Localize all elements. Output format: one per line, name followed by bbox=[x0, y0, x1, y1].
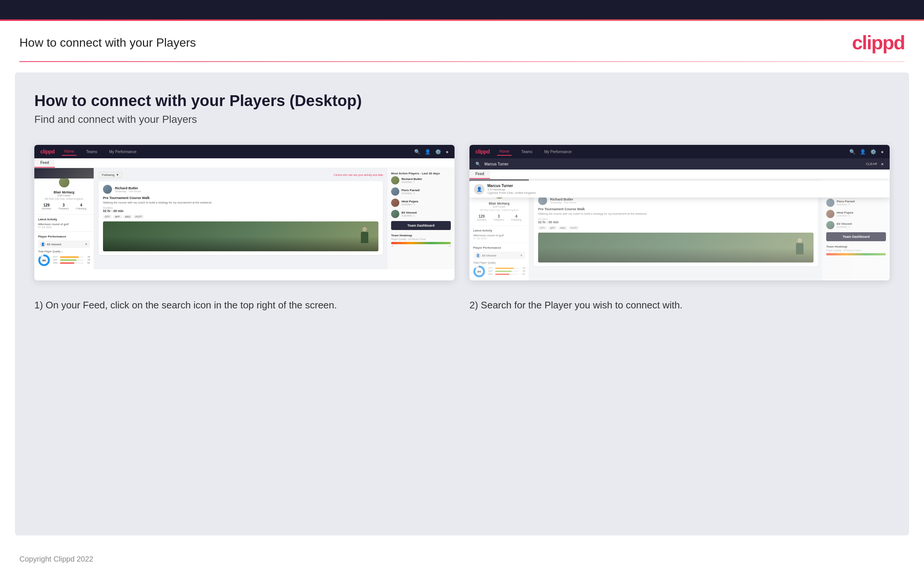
person-silhouette-2 bbox=[793, 238, 806, 259]
clippd-logo: clippd bbox=[852, 31, 905, 54]
latest-activity-label-2: Latest Activity bbox=[473, 229, 525, 232]
search-input-active[interactable] bbox=[484, 162, 862, 166]
pp-chevron-icon-1: ▼ bbox=[85, 243, 88, 246]
search-result-marcus[interactable]: 👤 Marcus Turner 1-5 Handicap Cypress Poi… bbox=[469, 181, 890, 198]
main-content: How to connect with your Players (Deskto… bbox=[15, 72, 909, 536]
profile-role-1: Golf Coach bbox=[38, 194, 90, 197]
stats-bars-1: OTT 79 APP 70 bbox=[53, 256, 90, 265]
feed-tab-bar-1: Feed bbox=[34, 158, 455, 168]
arg-bar-1: ARG 61 bbox=[53, 262, 90, 264]
profile-name-1: Blair McHarg bbox=[38, 190, 90, 194]
page-title: How to connect with your Players bbox=[19, 36, 196, 50]
header-divider bbox=[19, 61, 905, 62]
player-avatar-1-4 bbox=[391, 210, 399, 218]
tag-ott-1: OTT bbox=[103, 215, 112, 218]
app-bar-1: APP 70 bbox=[53, 259, 90, 261]
avatar-icon-2[interactable]: ● bbox=[881, 149, 884, 154]
card-tags-1: OTT APP ARG PUTT bbox=[103, 215, 379, 218]
activities-stat-2: 129 Activities bbox=[477, 214, 487, 221]
card-image-2 bbox=[538, 233, 814, 263]
following-btn-1[interactable]: Following ▼ bbox=[99, 172, 122, 178]
ott-bar-1: OTT 79 bbox=[53, 256, 90, 258]
tag-arg-2: ARG bbox=[558, 226, 567, 230]
pp-player-select-1[interactable]: 👤 Eli Vincent ▼ bbox=[38, 240, 90, 248]
copyright-text: Copyright Clippd 2022 bbox=[19, 555, 93, 563]
nav-performance-1[interactable]: My Performance bbox=[107, 148, 138, 155]
player-activities-1-2: Activities: 4 bbox=[401, 192, 419, 195]
profile-banner-1 bbox=[34, 168, 94, 179]
latest-activity-1: Latest Activity Afternoon round of golf … bbox=[34, 215, 94, 232]
tag-ott-2: OTT bbox=[538, 226, 547, 230]
feed-tab-2[interactable]: Feed bbox=[469, 169, 490, 179]
app-navbar-2: clippd Home Teams My Performance 🔍 👤 ⚙️ … bbox=[469, 145, 890, 158]
player-info-1-4: Eli Vincent Activities: 1 bbox=[401, 211, 417, 217]
card-duration-label-1: Duration bbox=[103, 206, 379, 209]
following-num-1: 4 bbox=[76, 203, 86, 207]
card-username-1: Richard Butler bbox=[115, 186, 141, 190]
user-icon-2[interactable]: 👤 bbox=[860, 149, 866, 154]
activities-num-1: 129 bbox=[42, 203, 52, 207]
feed-tab-bar-2: Feed bbox=[469, 169, 890, 179]
search-icon-2[interactable]: 🔍 bbox=[850, 149, 855, 154]
user-icon-1[interactable]: 👤 bbox=[425, 149, 430, 154]
app-navbar-1: clippd Home Teams My Performance 🔍 👤 ⚙️ … bbox=[34, 145, 455, 158]
card-duration-label-2: Duration bbox=[538, 218, 814, 220]
player-info-1-2: Piers Parnell Activities: 4 bbox=[401, 188, 419, 195]
player-item-2-2: Piers Parnell Activities: 4 bbox=[826, 199, 886, 207]
nav-performance-2[interactable]: My Performance bbox=[542, 148, 574, 155]
settings-icon-2[interactable]: ⚙️ bbox=[870, 149, 876, 154]
card-user-info-2: Richard Butler Yesterday · The Grove bbox=[550, 198, 576, 204]
team-heatmap-1: Team Heatmap Player Quality · 20 Round T… bbox=[391, 234, 451, 247]
search-bar-active: 🔍 CLEAR × bbox=[469, 158, 890, 169]
card-meta-2: Yesterday · The Grove bbox=[550, 201, 576, 204]
caption-text-2: 2) Search for the Player you wish to con… bbox=[469, 298, 890, 312]
player-performance-1: Player Performance 👤 Eli Vincent ▼ Total… bbox=[34, 232, 94, 269]
nav-home-1[interactable]: Home bbox=[62, 148, 76, 156]
search-clear-btn[interactable]: CLEAR bbox=[866, 162, 877, 166]
player-activities-1-1: Activities: 7 bbox=[401, 181, 422, 183]
tpq-label-2: Total Player Quality bbox=[473, 261, 525, 264]
player-info-2-3: Hiral Pujara Activities: 3 bbox=[837, 211, 853, 217]
player-name-1-1: Richard Butler bbox=[401, 177, 422, 181]
caption-row: 1) On your Feed, click on the search ico… bbox=[34, 298, 890, 312]
app-logo-2: clippd bbox=[476, 149, 490, 154]
followers-stat-2: 3 Followers bbox=[494, 214, 504, 221]
search-close-btn[interactable]: × bbox=[881, 161, 884, 167]
tag-putt-1: PUTT bbox=[134, 215, 144, 218]
player-name-2-4: Eli Vincent bbox=[837, 222, 852, 226]
nav-home-2[interactable]: Home bbox=[497, 148, 511, 156]
most-active-title-1: Most Active Players - Last 30 days bbox=[391, 172, 451, 175]
avatar-icon-1[interactable]: ● bbox=[446, 149, 448, 154]
team-dashboard-btn-2[interactable]: Team Dashboard bbox=[826, 232, 886, 241]
activities-label-1: Activities bbox=[42, 207, 52, 210]
heatmap-sub-2: Player Quality · 20 Round Trend bbox=[826, 249, 886, 252]
pp-player-select-2[interactable]: 👤 Eli Vincent ▼ bbox=[473, 252, 525, 259]
pp-player-avatar-1: 👤 bbox=[40, 242, 45, 247]
nav-teams-2[interactable]: Teams bbox=[519, 148, 534, 155]
player-info-1-3: Hiral Pujara Activities: 3 bbox=[401, 200, 418, 206]
settings-icon-1[interactable]: ⚙️ bbox=[435, 149, 441, 154]
search-result-handicap: 1-5 Handicap bbox=[487, 188, 536, 191]
feed-tab-1[interactable]: Feed bbox=[34, 158, 55, 168]
main-heading: How to connect with your Players (Deskto… bbox=[34, 92, 890, 110]
team-dashboard-btn-1[interactable]: Team Dashboard bbox=[391, 221, 451, 230]
player-activities-2-2: Activities: 4 bbox=[837, 203, 854, 206]
following-num-2: 4 bbox=[511, 214, 521, 218]
control-link-1[interactable]: Control who can see your activity and da… bbox=[333, 174, 383, 176]
followers-stat-1: 3 Followers bbox=[58, 203, 69, 210]
nav-teams-1[interactable]: Teams bbox=[84, 148, 99, 155]
card-title-1: Pre Tournament Course Walk bbox=[103, 196, 379, 200]
profile-stats-2: 129 Activities 3 Followers 4 Following bbox=[473, 214, 525, 221]
heatmap-min-1: -5 bbox=[391, 245, 393, 247]
player-activities-2-4: Activities: 1 bbox=[837, 226, 852, 228]
card-image-1 bbox=[103, 221, 379, 251]
profile-stats-1: 129 Activities 3 Followers 4 Following bbox=[38, 203, 90, 210]
tag-app-1: APP bbox=[113, 215, 121, 218]
activity-card-2: Richard Butler Yesterday · The Grove Pre… bbox=[534, 192, 818, 266]
screenshots-row: clippd Home Teams My Performance 🔍 👤 ⚙️ … bbox=[34, 145, 890, 281]
tpq-score-2: 84 OTT 79 APP bbox=[473, 265, 525, 278]
app-body-1: Blair McHarg Golf Coach Mill Ride Golf C… bbox=[34, 168, 455, 269]
player-name-2-3: Hiral Pujara bbox=[837, 211, 853, 214]
search-icon-1[interactable]: 🔍 bbox=[414, 149, 420, 154]
team-heatmap-2: Team Heatmap Player Quality · 20 Round T… bbox=[826, 245, 886, 255]
